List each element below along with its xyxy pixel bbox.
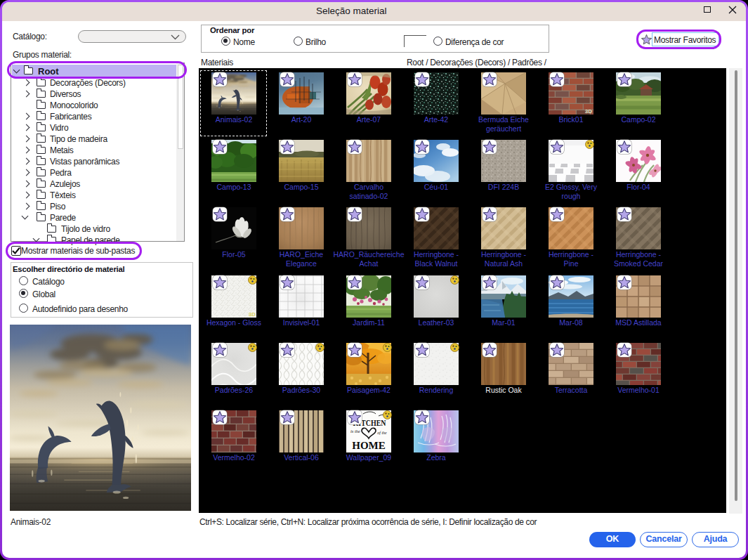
- svg-text:3D: 3D: [585, 108, 592, 115]
- svg-text:3D: 3D: [249, 311, 256, 318]
- svg-text:of the: of the: [377, 431, 387, 435]
- svg-text:is the: is the: [350, 429, 360, 434]
- svg-text:HOME: HOME: [352, 440, 386, 451]
